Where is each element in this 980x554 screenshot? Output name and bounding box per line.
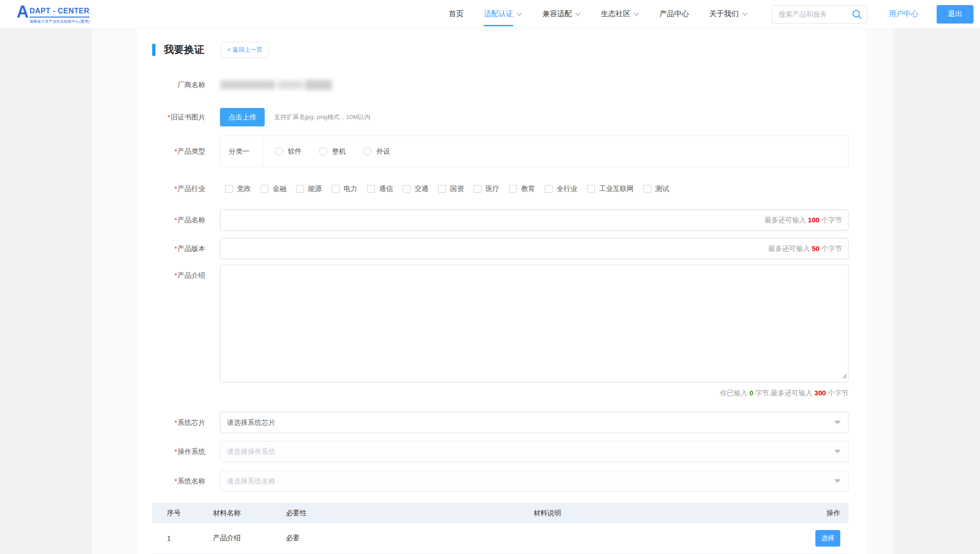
checkbox-label: 教育: [521, 185, 535, 193]
product-type-options: 软件 整机 外设: [263, 136, 408, 167]
form-row-system-name: *系统名称 请选择系统名称: [152, 471, 849, 492]
redacted-manufacturer-value: [220, 79, 849, 91]
search-box: [772, 5, 867, 24]
checkbox-icon[interactable]: [296, 185, 304, 193]
upload-button[interactable]: 点击上传: [220, 108, 265, 126]
checkbox-icon[interactable]: [403, 185, 410, 193]
product-version-input[interactable]: [220, 238, 849, 259]
form-row-product-name: *产品名称 最多还可输入 100 个字节: [152, 209, 849, 231]
checkbox-icon[interactable]: [643, 185, 651, 193]
required-asterisk: *: [174, 216, 177, 224]
nav-item-home[interactable]: 首页: [439, 0, 474, 29]
checkbox-icon[interactable]: [261, 185, 268, 193]
checkbox-icon[interactable]: [587, 185, 595, 193]
required-asterisk: *: [174, 185, 177, 192]
select-file-button[interactable]: 选择: [815, 530, 840, 547]
checkbox-label: 通信: [379, 185, 393, 193]
checkbox-label: 交通: [415, 185, 428, 193]
search-input[interactable]: [778, 10, 851, 18]
product-name-byte-hint: 最多还可输入 100 个字节: [765, 216, 842, 225]
user-center-link[interactable]: 用户中心: [889, 9, 918, 19]
checkbox-label: 电力: [344, 185, 357, 193]
old-cert-label: *旧证书图片: [152, 113, 205, 122]
logout-button[interactable]: 退出: [937, 5, 974, 24]
checkbox-label: 工业互联网: [599, 185, 634, 193]
industry-checkbox-gongyehulianwang[interactable]: 工业互联网: [587, 185, 634, 193]
radio-complete-machine[interactable]: 整机: [319, 147, 346, 156]
system-name-label: *系统名称: [152, 477, 205, 486]
table-header-row: 序号 材料名称 必要性 材料说明 操作: [152, 503, 849, 523]
industry-checkbox-guozi[interactable]: 国资: [438, 185, 464, 193]
checkbox-label: 金融: [273, 185, 286, 193]
checkbox-label: 能源: [308, 185, 322, 193]
remaining-bytes: 300: [814, 389, 826, 397]
system-name-select-placeholder: 请选择系统名称: [227, 477, 834, 486]
nav-label: 兼容适配: [542, 9, 572, 19]
search-icon[interactable]: [851, 9, 862, 20]
product-version-label: *产品版本: [152, 244, 205, 253]
required-asterisk: *: [174, 418, 177, 426]
checkbox-icon[interactable]: [545, 185, 552, 193]
col-header-description: 材料说明: [344, 503, 751, 523]
col-header-necessity: 必要性: [271, 503, 344, 523]
cell-index: 1: [152, 523, 198, 554]
industry-checkbox-jinrong[interactable]: 金融: [261, 185, 286, 193]
checkbox-icon[interactable]: [367, 185, 375, 193]
industry-checkbox-dianli[interactable]: 电力: [332, 185, 357, 193]
radio-label: 整机: [332, 147, 346, 156]
chevron-down-icon: [634, 12, 639, 16]
system-name-select[interactable]: 请选择系统名称: [220, 471, 849, 492]
radio-peripheral[interactable]: 外设: [363, 147, 390, 156]
product-intro-label: *产品介绍: [152, 265, 205, 382]
remaining-bytes: 50: [812, 244, 820, 252]
form-row-industry: *产品行业 党政 金融 能源 电力: [152, 184, 849, 194]
product-name-input[interactable]: [220, 209, 849, 231]
chip-select-placeholder: 请选择系统芯片: [227, 418, 834, 427]
product-intro-textarea[interactable]: [220, 265, 849, 382]
radio-software[interactable]: 软件: [275, 147, 302, 156]
form-row-product-type: *产品类型 分类一 软件 整机: [152, 136, 849, 167]
checkbox-icon[interactable]: [225, 185, 233, 193]
checkbox-icon[interactable]: [332, 185, 339, 193]
content-backdrop: 我要换证 < 返回上一页 厂商名称 *旧证书图片 点击上传 支持扩展名jpg. …: [92, 29, 893, 554]
nav-item-certification[interactable]: 适配认证: [474, 0, 532, 29]
chip-select[interactable]: 请选择系统芯片: [220, 412, 849, 433]
radio-icon[interactable]: [319, 147, 327, 155]
cell-material-name: 产品介绍: [198, 523, 271, 554]
form-row-product-intro: *产品介绍: [152, 265, 849, 382]
checkbox-icon[interactable]: [438, 185, 446, 193]
industry-checkbox-ceshi[interactable]: 测试: [643, 185, 669, 193]
radio-label: 外设: [376, 147, 390, 156]
industry-checkbox-jiaoyu[interactable]: 教育: [509, 185, 535, 193]
main-nav: 首页 适配认证 兼容适配 生态社区 产品中心 关于我们: [439, 0, 758, 29]
remaining-bytes: 100: [808, 216, 820, 224]
industry-checkbox-dangzheng[interactable]: 党政: [225, 185, 251, 193]
industry-checkbox-tongxin[interactable]: 通信: [367, 185, 393, 193]
radio-icon[interactable]: [363, 147, 372, 155]
nav-item-compatibility[interactable]: 兼容适配: [532, 0, 591, 29]
industry-checkbox-yiliao[interactable]: 医疗: [474, 185, 499, 193]
nav-label: 产品中心: [659, 9, 689, 19]
upload-hint: 支持扩展名jpg. png格式，10M以内: [274, 113, 370, 121]
nav-item-about[interactable]: 关于我们: [699, 0, 758, 29]
logo[interactable]: A DAPT - CENTER 湖南省计算产业生态创新中心(通用): [17, 4, 124, 24]
form-row-os: *操作系统 请选择操作系统: [152, 441, 849, 462]
checkbox-icon[interactable]: [474, 185, 481, 193]
col-header-material-name: 材料名称: [198, 503, 271, 523]
nav-item-community[interactable]: 生态社区: [591, 0, 649, 29]
page-title: 我要换证: [164, 43, 204, 57]
industry-checkbox-quanhangye[interactable]: 全行业: [545, 185, 577, 193]
industry-checkbox-jiaotong[interactable]: 交通: [403, 185, 428, 193]
checkbox-label: 测试: [655, 185, 669, 193]
checkbox-label: 党政: [237, 185, 251, 193]
checkbox-label: 医疗: [486, 185, 499, 193]
radio-icon[interactable]: [275, 147, 283, 155]
os-select[interactable]: 请选择操作系统: [220, 441, 849, 462]
industry-checkbox-nengyuan[interactable]: 能源: [296, 185, 322, 193]
os-select-placeholder: 请选择操作系统: [227, 447, 834, 456]
checkbox-icon[interactable]: [509, 185, 517, 193]
radio-label: 软件: [288, 147, 302, 156]
back-button[interactable]: < 返回上一页: [221, 42, 269, 58]
form-row-product-version: *产品版本 最多还可输入 50 个字节: [152, 238, 849, 259]
nav-item-products[interactable]: 产品中心: [649, 0, 699, 29]
